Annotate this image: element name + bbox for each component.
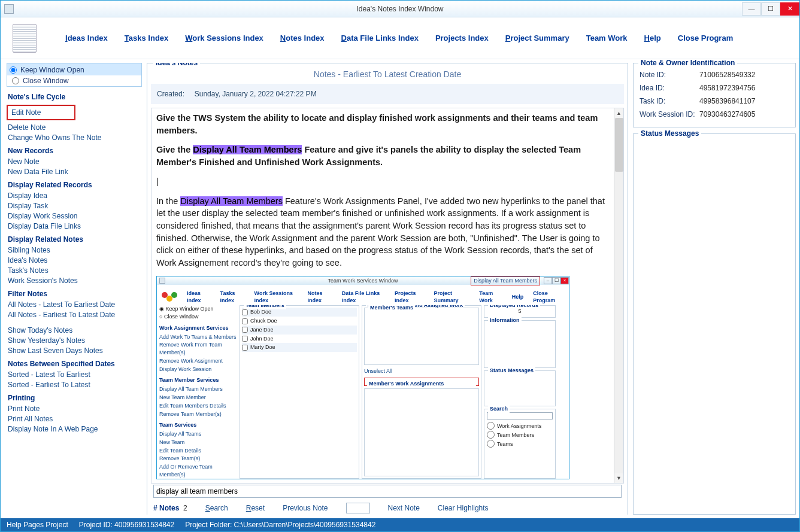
highlight-2: Display All Team Members xyxy=(180,196,283,206)
note-para-2a: Give the xyxy=(156,145,193,154)
link-delete-note[interactable]: Delete Note xyxy=(8,123,142,132)
note-para-3a: In the xyxy=(156,196,180,206)
notes-count-value: 2 xyxy=(183,504,187,512)
task-id-value: 49958396841107 xyxy=(699,97,755,105)
link-print-note[interactable]: Print Note xyxy=(8,405,142,413)
link-sorted-earliest-to-latest[interactable]: Sorted - Earliest To Latest xyxy=(8,381,142,389)
menu-help[interactable]: Help xyxy=(644,34,661,42)
embed-information-pane: Information xyxy=(484,320,556,368)
notes-count-label: # Notes xyxy=(153,504,179,512)
radio-keep-window-open-input[interactable] xyxy=(10,66,17,74)
created-row: Created: Sunday, January 2, 2022 04:27:2… xyxy=(151,84,624,104)
note-para-1: Give the TWS System the ability to locat… xyxy=(156,113,598,135)
note-id-value: 71006528549332 xyxy=(699,71,755,79)
embed-title: Team Work Services Window xyxy=(157,277,569,285)
search-input[interactable] xyxy=(153,485,622,498)
link-display-note-web-page[interactable]: Display Note In A Web Page xyxy=(8,425,142,433)
status-messages-legend: Status Messages xyxy=(638,129,701,138)
filter-notes-heading: Filter Notes xyxy=(8,290,142,298)
link-previous-note[interactable]: Previous Note xyxy=(283,504,328,512)
link-display-dfl[interactable]: Display Data File Links xyxy=(8,222,142,230)
menu-notes-index[interactable]: Notes Index xyxy=(280,34,325,42)
embed-search-input xyxy=(487,412,553,419)
link-print-all-notes[interactable]: Print All Notes xyxy=(8,415,142,423)
radio-close-window-input[interactable] xyxy=(12,77,19,84)
embed-logo-icon xyxy=(162,292,177,302)
embed-tm-row: Jane Doe xyxy=(242,326,357,335)
embed-tm-row: Chuck Doe xyxy=(242,317,357,326)
embed-menu-ideas: Ideas Index xyxy=(187,290,211,305)
life-cycle-heading: Note's Life Cycle xyxy=(8,93,142,101)
radio-close-window[interactable]: Close Window xyxy=(7,75,141,86)
ws-id-label: Work Session ID: xyxy=(640,110,699,118)
link-display-idea[interactable]: Display Idea xyxy=(8,191,142,200)
menu-team-work[interactable]: Team Work xyxy=(586,34,628,42)
embedded-screenshot: Team Work Services Window Display All Te… xyxy=(156,276,569,479)
embed-menu-help: Help xyxy=(512,293,524,301)
link-all-notes-latest-to-earliest[interactable]: All Notes - Latest To Earliest Date xyxy=(8,300,142,309)
menu-close-program[interactable]: Close Program xyxy=(678,34,733,42)
embed-tm-row: John Doe xyxy=(242,335,357,343)
link-search[interactable]: Search xyxy=(205,504,228,512)
note-id-label: Note ID: xyxy=(640,71,699,79)
menu-tasks-index[interactable]: Tasks Index xyxy=(125,34,168,42)
link-show-today[interactable]: Show Today's Notes xyxy=(8,326,142,335)
window-title: Idea's Notes Index Window xyxy=(1,5,799,13)
note-body[interactable]: Give the TWS System the ability to locat… xyxy=(151,108,624,484)
embed-left-sidebar: ◉ Keep Window Open ○ Close Window Work A… xyxy=(159,305,237,479)
ws-id-value: 70930463274605 xyxy=(699,110,755,118)
statusbar-project-id: Project ID: 400956931534842 xyxy=(79,521,174,529)
statusbar-project-folder: Project Folder: C:\Users\Darren\Projects… xyxy=(185,521,375,529)
link-sorted-latest-to-earliest[interactable]: Sorted - Latest To Earliest xyxy=(8,370,142,379)
between-dates-heading: Notes Between Specified Dates xyxy=(8,360,142,368)
embed-tm-row: Marty Doe xyxy=(242,343,357,352)
link-display-work-session[interactable]: Display Work Session xyxy=(8,212,142,220)
embed-menu-projects: Projects Index xyxy=(395,290,425,305)
identification-legend: Note & Owner Identification xyxy=(638,59,737,67)
link-ws-notes[interactable]: Work Session's Notes xyxy=(8,276,142,285)
embed-search-pane: Search Work Assignments Team Members Tea… xyxy=(484,409,556,479)
embed-members-work-assignments-pane: Member's Work Assignments xyxy=(364,378,479,386)
embed-menu-close: Close Program xyxy=(533,290,564,305)
link-display-task[interactable]: Display Task xyxy=(8,202,142,210)
link-all-notes-earliest-to-latest[interactable]: All Notes - Earliest To Latest Date xyxy=(8,311,142,319)
notes-frame: Idea's Notes Notes - Earliest To Latest … xyxy=(147,63,628,515)
titlebar: Idea's Notes Index Window — ☐ ✕ xyxy=(1,1,799,17)
embed-menu-ws: Work Sessions Index xyxy=(254,290,298,305)
link-change-owner[interactable]: Change Who Owns The Note xyxy=(8,133,142,142)
link-show-last-seven-days[interactable]: Show Last Seven Days Notes xyxy=(8,346,142,355)
notes-sort-header: Notes - Earliest To Latest Creation Date xyxy=(151,67,624,84)
link-new-dfl[interactable]: New Data File Link xyxy=(8,168,142,176)
statusbar: Help Pages Project Project ID: 400956931… xyxy=(1,518,799,531)
sidebar: Keep Window Open Close Window Note's Lif… xyxy=(4,63,142,515)
notes-frame-legend: Idea's Notes xyxy=(153,63,200,67)
highlight-1: Display All Team Members xyxy=(193,145,302,154)
identification-pane: Note & Owner Identification Note ID:7100… xyxy=(633,63,796,127)
link-clear-highlights[interactable]: Clear Highlights xyxy=(438,504,489,512)
note-para-3b: Feature's Work Assignments Panel, I've a… xyxy=(156,196,605,267)
note-number-input[interactable] xyxy=(346,503,370,513)
link-reset[interactable]: Reset xyxy=(246,504,265,512)
menu-project-summary[interactable]: Project Summary xyxy=(505,34,569,42)
scroll-down-icon[interactable]: ▼ xyxy=(614,473,623,483)
embed-unselect-all: Unselect All xyxy=(364,367,479,375)
menu-ideas-index[interactable]: Ideas Index xyxy=(65,34,108,42)
link-new-note[interactable]: New Note xyxy=(8,157,142,166)
menu-data-file-links-index[interactable]: Data File Links Index xyxy=(341,34,419,42)
scroll-thumb[interactable] xyxy=(615,118,623,172)
radio-keep-window-open[interactable]: Keep Window Open xyxy=(10,65,139,75)
scrollbar[interactable]: ▲ ▼ xyxy=(614,108,623,483)
main-menu: Ideas Index Tasks Index Work Sessions In… xyxy=(1,17,799,59)
link-show-yesterday[interactable]: Show Yesterday's Notes xyxy=(8,336,142,345)
scroll-up-icon[interactable]: ▲ xyxy=(614,108,623,118)
link-next-note[interactable]: Next Note xyxy=(388,504,420,512)
link-ideas-notes[interactable]: Idea's Notes xyxy=(8,256,142,265)
edit-note-highlight: Edit Note xyxy=(7,105,75,120)
menu-projects-index[interactable]: Projects Index xyxy=(435,34,489,42)
link-sibling-notes[interactable]: Sibling Notes xyxy=(8,246,142,254)
menu-work-sessions-index[interactable]: Work Sessions Index xyxy=(185,34,263,42)
link-edit-note[interactable]: Edit Note xyxy=(11,108,41,117)
embed-menu-dfl: Data File Links Index xyxy=(342,290,385,305)
link-tasks-notes[interactable]: Task's Notes xyxy=(8,266,142,275)
embed-menu-tasks: Tasks Index xyxy=(220,290,245,305)
